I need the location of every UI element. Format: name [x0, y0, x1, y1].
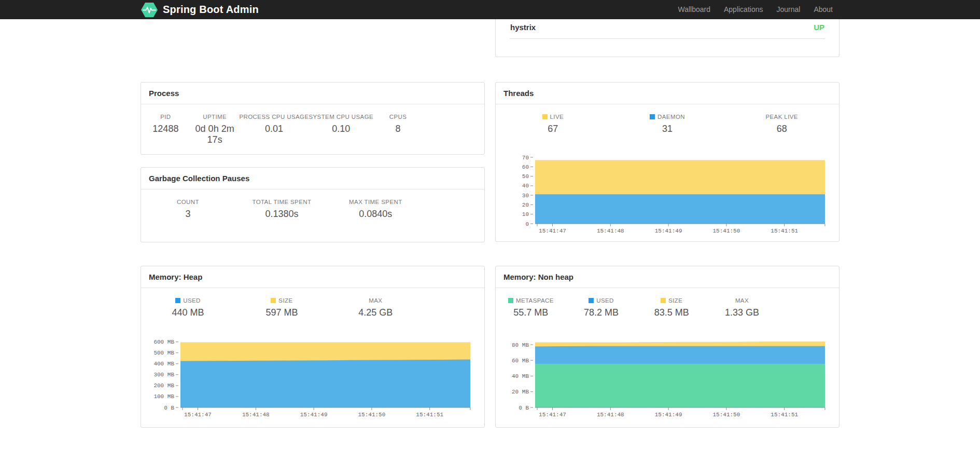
process-card-title: Process — [141, 83, 484, 104]
svg-text:0 B: 0 B — [164, 405, 174, 411]
health-card: hystrix UP — [495, 19, 839, 57]
svg-text:80 MB: 80 MB — [511, 342, 528, 348]
brand[interactable]: Spring Boot Admin — [141, 2, 259, 18]
metric-uptime: UPTIME 0d 0h 2m 17s — [190, 114, 240, 145]
process-card: Process PID 12488 UPTIME 0d 0h 2m 17s PR… — [141, 82, 485, 155]
svg-text:15:41:50: 15:41:50 — [712, 228, 740, 234]
svg-text:60 MB: 60 MB — [511, 358, 528, 364]
svg-text:15:41:47: 15:41:47 — [184, 412, 212, 418]
nav-links: Wallboard Applications Journal About — [671, 0, 839, 19]
svg-text:70: 70 — [522, 155, 528, 161]
metric-gc-max: MAX TIME SPENT 0.0840s — [329, 199, 423, 220]
svg-text:15:41:50: 15:41:50 — [358, 412, 385, 418]
svg-text:15:41:51: 15:41:51 — [771, 412, 798, 418]
metric-nonheap-used: USED 78.2 MB — [566, 297, 637, 318]
metric-nonheap-size: SIZE 83.5 MB — [636, 297, 707, 318]
svg-text:100 MB: 100 MB — [153, 393, 174, 400]
svg-text:200 MB: 200 MB — [153, 383, 174, 389]
nav-item-wallboard[interactable]: Wallboard — [671, 0, 717, 19]
nonheap-card: Memory: Non heap METASPACE 55.7 MB USED … — [495, 266, 839, 428]
svg-text:20 MB: 20 MB — [511, 389, 528, 395]
metric-threads-daemon: DAEMON 31 — [610, 114, 725, 134]
svg-text:15:41:51: 15:41:51 — [771, 228, 798, 234]
svg-text:50: 50 — [522, 173, 528, 180]
gc-card-title: Garbage Collection Pauses — [141, 168, 484, 189]
nonheap-metrics: METASPACE 55.7 MB USED 78.2 MB SIZE 83.5… — [496, 288, 777, 331]
row-health: hystrix UP — [141, 19, 839, 57]
threads-card: Threads LIVE 67 DAEMON 31 PEAK LIVE 68 — [495, 82, 839, 242]
metric-process-cpu: PROCESS CPU USAGE 0.01 — [240, 114, 309, 145]
health-row: hystrix UP — [510, 19, 825, 39]
brand-logo-icon — [141, 2, 158, 18]
nonheap-card-title: Memory: Non heap — [496, 266, 839, 288]
nonheap-chart: 0 B20 MB40 MB60 MB80 MB15:41:4715:41:481… — [503, 334, 832, 423]
metric-gc-count: COUNT 3 — [141, 199, 235, 220]
metric-pid: PID 12488 — [141, 114, 190, 145]
legend-swatch-daemon — [650, 114, 655, 119]
svg-text:300 MB: 300 MB — [153, 372, 174, 378]
legend-swatch-heap-used — [175, 298, 180, 303]
svg-text:15:41:48: 15:41:48 — [242, 412, 269, 418]
nav-item-applications[interactable]: Applications — [717, 0, 770, 19]
svg-text:15:41:49: 15:41:49 — [654, 412, 682, 418]
main-content: hystrix UP Process PID 12488 UPTIME 0d 0… — [133, 19, 847, 428]
gc-metrics: COUNT 3 TOTAL TIME SPENT 0.1380s MAX TIM… — [141, 189, 423, 232]
metric-system-cpu: SYSTEM CPU USAGE 0.10 — [309, 114, 373, 145]
metric-threads-peak: PEAK LIVE 68 — [724, 114, 839, 134]
threads-metrics: LIVE 67 DAEMON 31 PEAK LIVE 68 — [496, 104, 839, 147]
svg-text:500 MB: 500 MB — [153, 350, 174, 356]
heap-chart: 0 B100 MB200 MB300 MB400 MB500 MB600 MB1… — [148, 334, 478, 423]
svg-text:30: 30 — [522, 193, 528, 199]
svg-text:15:41:50: 15:41:50 — [712, 412, 740, 418]
svg-text:15:41:47: 15:41:47 — [539, 228, 566, 234]
svg-text:0 B: 0 B — [519, 405, 529, 411]
legend-swatch-live — [542, 114, 548, 119]
heap-metrics: USED 440 MB SIZE 597 MB MAX 4.25 GB — [141, 288, 423, 331]
legend-swatch-nonheap-size — [661, 298, 666, 303]
svg-text:400 MB: 400 MB — [153, 361, 174, 367]
svg-text:15:41:49: 15:41:49 — [654, 228, 682, 234]
nav-item-about[interactable]: About — [807, 0, 839, 19]
svg-text:15:41:51: 15:41:51 — [416, 412, 443, 418]
svg-text:40: 40 — [522, 183, 528, 189]
svg-text:15:41:48: 15:41:48 — [596, 228, 624, 234]
svg-text:15:41:47: 15:41:47 — [539, 412, 566, 418]
metric-threads-live: LIVE 67 — [496, 114, 610, 134]
health-status-badge: UP — [814, 23, 824, 32]
metric-nonheap-max: MAX 1.33 GB — [707, 297, 777, 318]
heap-card-title: Memory: Heap — [141, 266, 484, 288]
process-metrics: PID 12488 UPTIME 0d 0h 2m 17s PROCESS CP… — [141, 104, 423, 158]
svg-text:0: 0 — [525, 221, 529, 227]
row-memory: Memory: Heap USED 440 MB SIZE 597 MB MAX… — [141, 266, 839, 428]
metric-heap-used: USED 440 MB — [141, 297, 235, 318]
metric-nonheap-metaspace: METASPACE 55.7 MB — [496, 297, 566, 318]
svg-text:20: 20 — [522, 202, 528, 208]
svg-text:40 MB: 40 MB — [511, 373, 528, 379]
legend-swatch-metaspace — [508, 298, 513, 303]
row-process-threads: Process PID 12488 UPTIME 0d 0h 2m 17s PR… — [141, 82, 839, 242]
legend-swatch-heap-size — [271, 298, 276, 303]
health-service-name: hystrix — [510, 23, 536, 32]
gc-card: Garbage Collection Pauses COUNT 3 TOTAL … — [141, 167, 485, 242]
metric-cpus: CPUS 8 — [373, 114, 423, 145]
svg-text:15:41:48: 15:41:48 — [596, 412, 624, 418]
navbar: Spring Boot Admin Wallboard Applications… — [0, 0, 980, 19]
legend-swatch-nonheap-used — [589, 298, 594, 303]
svg-text:60: 60 — [522, 164, 528, 170]
app-title: Spring Boot Admin — [163, 4, 259, 16]
metric-gc-total: TOTAL TIME SPENT 0.1380s — [235, 199, 329, 220]
heap-card: Memory: Heap USED 440 MB SIZE 597 MB MAX… — [141, 266, 485, 428]
svg-text:15:41:49: 15:41:49 — [300, 412, 327, 418]
threads-chart: 01020304050607015:41:4715:41:4815:41:491… — [503, 150, 832, 239]
metric-heap-size: SIZE 597 MB — [235, 297, 329, 318]
metric-heap-max: MAX 4.25 GB — [329, 297, 423, 318]
svg-text:10: 10 — [522, 211, 528, 217]
svg-text:600 MB: 600 MB — [153, 339, 174, 345]
nav-item-journal[interactable]: Journal — [769, 0, 807, 19]
threads-card-title: Threads — [496, 83, 839, 104]
